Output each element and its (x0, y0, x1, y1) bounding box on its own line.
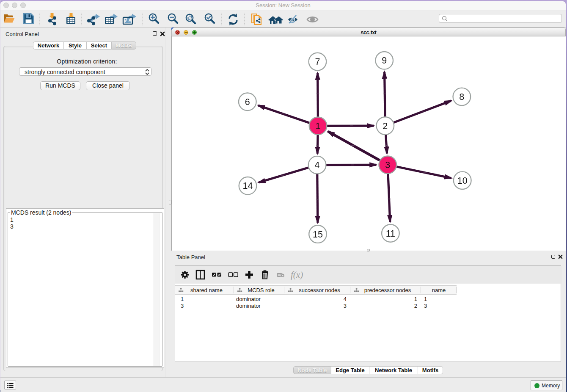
svg-text:3: 3 (385, 160, 390, 170)
svg-text:8: 8 (459, 92, 464, 102)
svg-text:f(x): f(x) (291, 270, 303, 280)
svg-text:1: 1 (316, 121, 321, 131)
svg-text:6: 6 (245, 97, 250, 107)
svg-text:11: 11 (386, 229, 395, 239)
svg-text:7: 7 (315, 57, 320, 67)
svg-text:10: 10 (457, 176, 468, 186)
svg-text:2: 2 (383, 121, 388, 131)
svg-text:14: 14 (243, 181, 253, 191)
svg-text:15: 15 (313, 229, 323, 240)
svg-text:4: 4 (315, 160, 320, 170)
svg-text:9: 9 (382, 55, 387, 66)
